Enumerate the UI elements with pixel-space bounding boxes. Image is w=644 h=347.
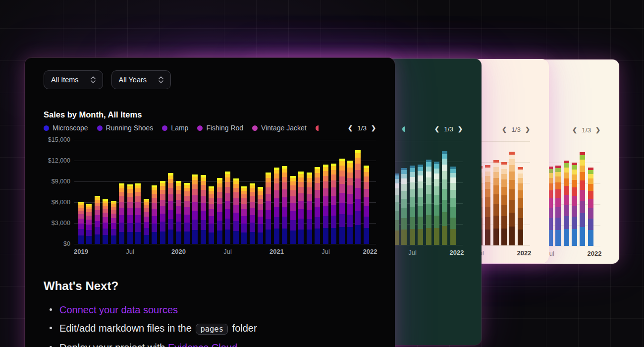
bar-segment bbox=[442, 154, 447, 159]
items-filter-dropdown[interactable]: All Items bbox=[44, 70, 103, 89]
bar-segment bbox=[501, 174, 507, 180]
bar-segment bbox=[119, 196, 124, 202]
legend-item[interactable]: Running Shoes bbox=[97, 124, 154, 132]
stacked-bar[interactable] bbox=[184, 183, 190, 244]
bar-segment bbox=[160, 214, 165, 222]
stacked-bar[interactable] bbox=[434, 162, 439, 245]
stacked-bar[interactable] bbox=[493, 160, 499, 245]
bar-segment bbox=[315, 190, 320, 198]
stacked-bar[interactable] bbox=[86, 204, 92, 244]
stacked-bar[interactable] bbox=[160, 181, 165, 244]
stacked-bar[interactable] bbox=[127, 184, 133, 244]
stacked-bar[interactable] bbox=[192, 174, 198, 244]
stacked-bar[interactable] bbox=[339, 159, 345, 244]
stacked-bar[interactable] bbox=[95, 196, 100, 244]
stacked-bar[interactable] bbox=[426, 160, 431, 245]
legend-prev-icon[interactable]: ❮ bbox=[348, 125, 353, 131]
stacked-bar[interactable] bbox=[103, 199, 108, 244]
stacked-bar[interactable] bbox=[485, 165, 490, 245]
stacked-bar[interactable] bbox=[258, 187, 263, 244]
stacked-bar[interactable] bbox=[418, 165, 423, 245]
bar-segment bbox=[564, 168, 569, 173]
stacked-bar[interactable] bbox=[233, 178, 239, 244]
evidence-cloud-link[interactable]: Evidence Cloud bbox=[168, 342, 237, 347]
stacked-bar[interactable] bbox=[250, 183, 255, 244]
stacked-bar[interactable] bbox=[201, 175, 206, 244]
stacked-bar[interactable] bbox=[588, 168, 593, 246]
stacked-bar[interactable] bbox=[355, 150, 361, 244]
stacked-bar[interactable] bbox=[572, 163, 577, 246]
stacked-bar[interactable] bbox=[225, 172, 230, 244]
bar-segment bbox=[442, 171, 447, 179]
stacked-bar[interactable] bbox=[144, 199, 149, 244]
bar-segment bbox=[450, 190, 456, 198]
stacked-bar[interactable] bbox=[580, 152, 585, 246]
stacked-bar[interactable] bbox=[450, 167, 456, 245]
bar-segment bbox=[518, 190, 523, 198]
bar-segment bbox=[241, 209, 247, 216]
stacked-bar[interactable] bbox=[315, 167, 320, 244]
bar-segment bbox=[209, 191, 214, 194]
bar-segment bbox=[485, 207, 490, 217]
stacked-bar[interactable] bbox=[509, 152, 515, 245]
stacked-bar[interactable] bbox=[307, 173, 312, 244]
bar-segment bbox=[364, 228, 369, 244]
list-item: Deploy your project with Evidence Cloud bbox=[44, 342, 376, 347]
filter-bar: All Items All Years bbox=[44, 70, 376, 89]
stacked-bar[interactable] bbox=[410, 166, 415, 245]
bar-chart[interactable]: $15,000$12,000$9,000$6,000$3,000$02019Ju… bbox=[74, 140, 376, 244]
bar-segment bbox=[225, 177, 230, 182]
bar-segment bbox=[347, 194, 353, 204]
bar-segment bbox=[580, 213, 585, 227]
stacked-bar[interactable] bbox=[119, 183, 124, 244]
stacked-bar[interactable] bbox=[518, 167, 523, 245]
stacked-bar[interactable] bbox=[323, 165, 328, 244]
bar-segment bbox=[290, 203, 296, 211]
legend-prev-icon[interactable]: ❮ bbox=[572, 127, 577, 133]
legend-item[interactable]: Fishing Rod bbox=[197, 124, 243, 132]
stacked-bar[interactable] bbox=[501, 162, 507, 245]
legend-next-icon[interactable]: ❯ bbox=[371, 125, 376, 131]
bar-segment bbox=[450, 169, 456, 173]
stacked-bar[interactable] bbox=[217, 178, 222, 244]
stacked-bar[interactable] bbox=[274, 168, 279, 244]
stacked-bar[interactable] bbox=[111, 201, 116, 244]
stacked-bar[interactable] bbox=[290, 176, 296, 244]
bar-segment bbox=[135, 215, 141, 223]
stacked-bar[interactable] bbox=[241, 186, 247, 244]
stacked-bar[interactable] bbox=[442, 151, 447, 245]
legend-next-icon[interactable]: ❯ bbox=[525, 126, 530, 132]
stacked-bar[interactable] bbox=[401, 168, 407, 245]
bar-segment bbox=[160, 231, 165, 244]
legend-item[interactable]: Vintage Jacket bbox=[252, 124, 307, 132]
bar-segment bbox=[298, 182, 304, 187]
bar-segment bbox=[95, 227, 100, 234]
stacked-bar[interactable] bbox=[298, 172, 304, 244]
legend-prev-icon[interactable]: ❮ bbox=[434, 126, 439, 132]
stacked-bar[interactable] bbox=[152, 185, 157, 244]
stacked-bar[interactable] bbox=[282, 166, 287, 244]
stacked-bar[interactable] bbox=[331, 164, 336, 244]
legend-item[interactable]: Lamp bbox=[162, 124, 188, 132]
years-filter-dropdown[interactable]: All Years bbox=[111, 70, 171, 89]
bar-segment bbox=[119, 208, 124, 215]
bar-segment bbox=[217, 198, 222, 204]
stacked-bar[interactable] bbox=[78, 202, 84, 244]
legend-prev-icon[interactable]: ❮ bbox=[502, 126, 507, 132]
stacked-bar[interactable] bbox=[209, 186, 214, 244]
stacked-bar[interactable] bbox=[564, 161, 569, 246]
stacked-bar[interactable] bbox=[266, 173, 271, 244]
connect-data-sources-link[interactable]: Connect your data sources bbox=[59, 304, 178, 315]
bar-segment bbox=[485, 182, 490, 189]
stacked-bar[interactable] bbox=[135, 183, 141, 244]
stacked-bar[interactable] bbox=[347, 161, 353, 244]
stacked-bar[interactable] bbox=[168, 173, 173, 244]
y-axis-label: $6,000 bbox=[40, 199, 70, 206]
bar-segment bbox=[152, 216, 157, 224]
stacked-bar[interactable] bbox=[176, 181, 181, 244]
stacked-bar[interactable] bbox=[364, 166, 369, 244]
legend-item[interactable]: Microscope bbox=[44, 124, 88, 132]
stacked-bar[interactable] bbox=[555, 166, 561, 246]
legend-next-icon[interactable]: ❯ bbox=[595, 127, 600, 133]
legend-next-icon[interactable]: ❯ bbox=[458, 126, 463, 132]
